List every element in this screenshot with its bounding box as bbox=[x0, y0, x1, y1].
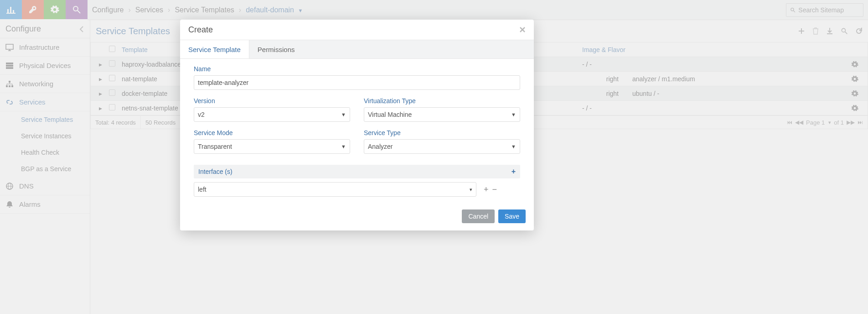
version-label: Version bbox=[194, 97, 350, 105]
interfaces-section-header: Interface (s) + bbox=[194, 165, 520, 178]
version-select[interactable]: v2 ▼ bbox=[194, 107, 350, 122]
service-type-select[interactable]: Analyzer ▼ bbox=[364, 139, 520, 154]
cancel-button[interactable]: Cancel bbox=[462, 209, 495, 223]
name-input[interactable] bbox=[194, 75, 520, 90]
chevron-down-icon: ▼ bbox=[341, 112, 346, 117]
interface-remove-button[interactable]: − bbox=[492, 185, 497, 194]
close-icon bbox=[519, 26, 526, 33]
tab-permissions[interactable]: Permissions bbox=[249, 40, 303, 58]
chevron-down-icon: ▼ bbox=[341, 144, 346, 149]
modal-title: Create bbox=[188, 25, 213, 35]
chevron-down-icon: ▼ bbox=[511, 144, 516, 149]
chevron-down-icon: ▾ bbox=[470, 187, 472, 193]
save-button[interactable]: Save bbox=[498, 209, 526, 223]
interfaces-label: Interface (s) bbox=[198, 168, 232, 175]
interface-select[interactable]: left ▾ bbox=[194, 182, 476, 197]
tab-service-template[interactable]: Service Template bbox=[180, 40, 249, 58]
name-label: Name bbox=[194, 65, 520, 73]
service-type-label: Service Type bbox=[364, 129, 520, 136]
interface-add-button[interactable]: + bbox=[484, 185, 489, 194]
modal-tabs: Service Template Permissions bbox=[180, 40, 534, 59]
add-interface-button[interactable]: + bbox=[512, 167, 516, 176]
virtualization-select[interactable]: Virtual Machine ▼ bbox=[364, 107, 520, 122]
create-modal: Create Service Template Permissions Name… bbox=[180, 20, 534, 230]
virtualization-label: Virtualization Type bbox=[364, 97, 520, 105]
modal-close-button[interactable] bbox=[519, 26, 526, 33]
service-mode-label: Service Mode bbox=[194, 129, 350, 136]
service-mode-select[interactable]: Transparent ▼ bbox=[194, 139, 350, 154]
chevron-down-icon: ▼ bbox=[511, 112, 516, 117]
